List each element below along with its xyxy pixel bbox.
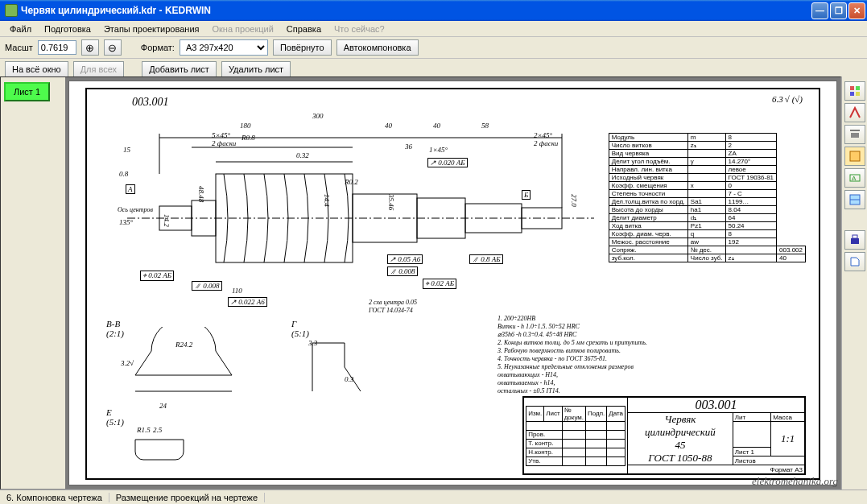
scale-label: Масшт	[5, 43, 33, 52]
menu-bar: Файл Подготовка Этапы проектирования Окн…	[0, 21, 867, 37]
tool-export-icon[interactable]	[844, 252, 865, 271]
scale-input[interactable]	[38, 40, 76, 55]
status-bar: 6. Компоновка чертежа Размещение проекци…	[0, 490, 867, 504]
sheet-panel: Лист 1	[1, 77, 65, 489]
tool-icon-3[interactable]	[844, 125, 865, 144]
app-icon	[5, 4, 18, 17]
surface-roughness: 6.3 √ (√)	[772, 94, 803, 104]
autolayout-button[interactable]: Автокомпоновка	[336, 39, 419, 56]
watermark: elektromehanika.org	[752, 475, 838, 488]
drawing-number-top: 003.001	[132, 96, 169, 109]
zoom-out-button[interactable]: ⊖	[104, 39, 122, 56]
minimize-button[interactable]: —	[811, 2, 828, 19]
tool-icon-4-active[interactable]	[844, 147, 865, 166]
worm-parameters-table: Модульm8Число витковz₁2Вид червякаZAДели…	[609, 133, 806, 262]
svg-rect-14	[850, 86, 854, 90]
technical-notes: 1. 200÷220НВ Витки - h 1.0÷1.5. 50÷52 HR…	[497, 315, 647, 395]
for-all-button: Для всех	[73, 61, 124, 77]
drawing-canvas[interactable]: 003.001 6.3 √ (√)	[68, 81, 837, 485]
title-block: Изм.Лист№ докум.Подп.Дата Пров. Т. контр…	[522, 396, 806, 475]
svg-rect-25	[851, 238, 859, 244]
status-hint: Размещение проекций на чертеже	[109, 493, 265, 502]
full-window-button[interactable]: На всё окно	[5, 61, 68, 77]
tool-icon-1[interactable]	[844, 81, 865, 101]
zoom-in-button[interactable]: ⊕	[81, 39, 99, 56]
tool-icon-6[interactable]	[844, 190, 865, 209]
delete-sheet-button[interactable]: Удалить лист	[221, 61, 291, 77]
menu-prep[interactable]: Подготовка	[38, 23, 97, 35]
svg-rect-17	[856, 92, 860, 96]
menu-help[interactable]: Справка	[280, 23, 328, 35]
svg-rect-16	[850, 92, 854, 96]
toolbar-row-1: Масшт ⊕ ⊖ Формат: А3 297х420 Повёрнуто А…	[0, 37, 867, 59]
menu-file[interactable]: Файл	[3, 23, 38, 35]
format-label: Формат:	[141, 43, 175, 52]
svg-rect-7	[522, 208, 562, 229]
tool-icon-5[interactable]: A	[844, 168, 865, 188]
window-title: Червяк цилиндрический.kdr - KEDRWIN	[21, 5, 211, 16]
drawing-frame: 003.001 6.3 √ (√)	[85, 88, 820, 480]
sheet-tab-1[interactable]: Лист 1	[4, 82, 50, 101]
menu-proj-windows: Окна проекций	[206, 23, 280, 35]
svg-rect-15	[856, 86, 860, 90]
status-step: 6. Компоновка чертежа	[0, 493, 109, 502]
menu-stages[interactable]: Этапы проектирования	[97, 23, 206, 35]
add-sheet-button[interactable]: Добавить лист	[142, 61, 217, 77]
rotated-button[interactable]: Повёрнуто	[273, 39, 332, 56]
tool-icon-2[interactable]	[844, 103, 865, 122]
svg-rect-26	[853, 235, 857, 238]
workspace: Лист 1 003.001 6.3 √ (√)	[0, 76, 841, 490]
format-select[interactable]: А3 297х420	[180, 39, 268, 56]
svg-rect-20	[850, 151, 860, 161]
window-titlebar: Червяк цилиндрический.kdr - KEDRWIN — ❐ …	[0, 0, 867, 21]
close-button[interactable]: ✕	[848, 2, 865, 19]
tool-print-icon[interactable]	[844, 230, 865, 250]
svg-text:A: A	[852, 175, 857, 182]
menu-whatnow: Что сейчас?	[328, 23, 391, 35]
right-toolbar: A	[841, 76, 867, 490]
maximize-button[interactable]: ❐	[830, 2, 847, 19]
svg-rect-18	[851, 133, 859, 138]
